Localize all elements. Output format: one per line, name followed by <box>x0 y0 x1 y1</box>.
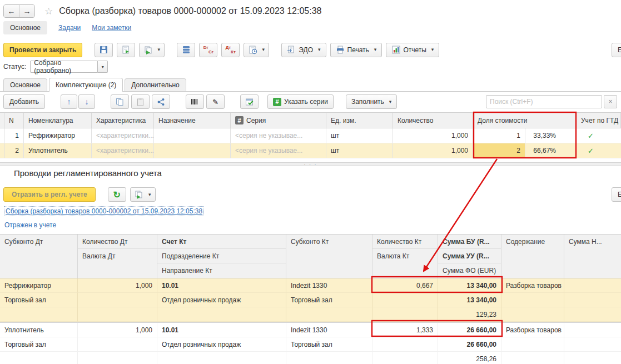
col-subconto-dt[interactable]: Субконто Дт <box>0 235 78 249</box>
more-button[interactable]: Ещё <box>612 43 621 57</box>
drcr-movements-button[interactable]: Dr Cr <box>199 43 217 57</box>
series-hash-icon: # <box>235 116 244 124</box>
dropdown-caret-icon: ▾ <box>389 99 392 104</box>
check-icon: ✓ <box>588 132 594 140</box>
col-department-kt[interactable]: Подразделение Кт <box>157 249 286 263</box>
cell-unit: шт <box>326 143 393 158</box>
barcode-scan-button[interactable] <box>186 94 204 109</box>
col-characteristic[interactable]: Характеристика <box>92 113 154 128</box>
col-subconto-kt[interactable]: Субконто Кт <box>286 235 372 249</box>
col-quantity[interactable]: Количество <box>393 113 473 128</box>
favorite-star-icon[interactable]: ☆ <box>44 6 53 17</box>
dtkt-movements-button[interactable]: Дт Кт <box>221 43 240 57</box>
print-button[interactable]: Печать ▾ <box>330 43 382 57</box>
nav-tab-main[interactable]: Основное <box>3 21 47 34</box>
col-currency-kt[interactable]: Валюта Кт <box>372 249 438 263</box>
share-button[interactable] <box>152 94 170 109</box>
fill-button[interactable]: Заполнить ▾ <box>346 94 397 109</box>
move-down-button[interactable]: ↓ <box>78 94 95 109</box>
search-input[interactable] <box>486 95 602 108</box>
back-button[interactable]: ← <box>4 5 19 17</box>
specify-series-button[interactable]: # Указать серии <box>267 94 334 109</box>
close-icon: × <box>608 98 612 106</box>
dtkt-icon: Дт Кт <box>226 46 236 54</box>
col-qty-kt[interactable]: Количество Кт <box>372 235 438 249</box>
components-table-header: N Номенклатура Характеристика Назначение… <box>0 113 621 128</box>
col-cost-share[interactable]: Доля стоимости <box>473 113 577 128</box>
col-n[interactable]: N <box>4 113 24 128</box>
document-link[interactable]: Сборка (разборка) товаров 0000-000002 от… <box>4 207 203 216</box>
tab-main[interactable]: Основное <box>3 78 47 91</box>
registers-button[interactable] <box>177 43 195 57</box>
move-up-button[interactable]: ↑ <box>61 94 77 109</box>
cell-content: Разборка товаров <box>501 278 564 293</box>
copy-row-button[interactable] <box>111 94 129 109</box>
barcode-icon <box>191 97 200 106</box>
col-currency-dt[interactable]: Валюта Дт <box>78 249 157 263</box>
reports-label: Отчеты <box>403 46 426 54</box>
cell-qty-dt: 1,000 <box>78 323 157 337</box>
cell-n: 2 <box>4 143 24 158</box>
posting-entry-row[interactable]: Рефрижиратор 1,000 10.01 Indezit 1330 0,… <box>0 278 621 322</box>
tab-components[interactable]: Комплектующие (2) <box>49 78 123 92</box>
series-hash-icon: # <box>273 98 281 106</box>
cell-series: <серия не указывае... <box>231 143 326 158</box>
nav-tab-tasks[interactable]: Задачи <box>58 24 81 32</box>
cell-share-active: 2 <box>473 143 525 158</box>
postings-more-button[interactable]: Ещё <box>612 187 621 202</box>
col-sum-fo[interactable]: Сумма ФО (EUR) <box>438 263 501 278</box>
refresh-button[interactable]: ↻ <box>108 187 126 202</box>
reflected-status-link[interactable]: Отражен в учете <box>4 221 56 229</box>
col-direction-kt[interactable]: Направление Кт <box>157 263 286 278</box>
cell-subconto-dt-2: Торговый зал <box>0 293 78 307</box>
drcr-icon: Dr Cr <box>203 46 213 54</box>
calendar-check-icon <box>245 97 254 106</box>
create-based-on-button[interactable]: ▾ <box>139 43 165 57</box>
postings-create-based-on-button[interactable]: ▾ <box>130 187 156 202</box>
status-dropdown-button[interactable]: ▾ <box>98 61 108 73</box>
cell-gtd: ✓ <box>577 128 621 143</box>
col-sum-bu[interactable]: Сумма БУ (R... <box>438 235 501 249</box>
cell-subconto-dt: Рефрижиратор <box>0 278 78 293</box>
cell-sum-fo: 258,26 <box>438 352 501 364</box>
search-clear-button[interactable]: × <box>604 95 617 108</box>
post-and-close-button[interactable]: Провести и закрыть <box>3 43 82 57</box>
col-unit[interactable]: Ед. изм. <box>326 113 393 128</box>
edo-button[interactable]: ЭДО ▾ <box>281 43 326 57</box>
paste-row-button[interactable] <box>131 94 150 109</box>
col-qty-dt[interactable]: Количество Дт <box>78 235 157 249</box>
col-nomenclature[interactable]: Номенклатура <box>24 113 92 128</box>
add-row-button[interactable]: Добавить <box>3 94 45 109</box>
edo-label: ЭДО <box>299 46 313 54</box>
table-row[interactable]: 1 Рефрижиратор <характеристики... <серия… <box>0 128 621 143</box>
col-sum-uu[interactable]: Сумма УУ (R... <box>438 249 501 263</box>
paste-icon <box>136 97 145 106</box>
reports-button[interactable]: Отчеты ▾ <box>386 43 439 57</box>
col-sum-n[interactable]: Сумма Н... <box>564 235 621 249</box>
marking-pen-button[interactable]: ✎ <box>206 94 225 109</box>
col-content[interactable]: Содержание <box>501 235 564 249</box>
page-title: Сборка (разборка) товаров 0000-000002 от… <box>59 6 321 16</box>
chevron-down-icon: ▾ <box>102 64 104 69</box>
cell-characteristic: <характеристики... <box>92 128 154 143</box>
col-gtd[interactable]: Учет по ГТД <box>577 113 621 128</box>
table-row-selected[interactable]: 2 Уплотнитель <характеристики... <серия … <box>0 143 621 158</box>
section-splitter[interactable]: · · · <box>0 162 621 166</box>
tab-additional[interactable]: Дополнительно <box>125 78 186 91</box>
document-clock-icon <box>249 46 257 54</box>
status-combobox[interactable]: Собрано (разобрано) ▾ <box>30 61 108 73</box>
check-fill-button[interactable] <box>240 94 259 109</box>
col-account-kt[interactable]: Счет Кт <box>157 235 286 249</box>
col-purpose[interactable]: Назначение <box>154 113 231 128</box>
status-value[interactable]: Собрано (разобрано) <box>30 61 98 73</box>
post-document-button[interactable] <box>117 43 135 57</box>
posting-entry-row[interactable]: Уплотнитель 1,000 10.01 Indezit 1330 1,3… <box>0 322 621 364</box>
nav-tab-notes[interactable]: Мои заметки <box>92 24 131 32</box>
col-series[interactable]: # Серия <box>231 113 326 128</box>
reflect-in-accounting-button[interactable]: Отразить в регл. учете <box>3 187 96 202</box>
forward-button[interactable]: → <box>19 5 34 17</box>
save-button[interactable] <box>95 43 113 57</box>
edo-icon <box>287 46 296 54</box>
schedule-document-button[interactable]: ▾ <box>244 43 269 57</box>
print-label: Печать <box>347 46 369 54</box>
